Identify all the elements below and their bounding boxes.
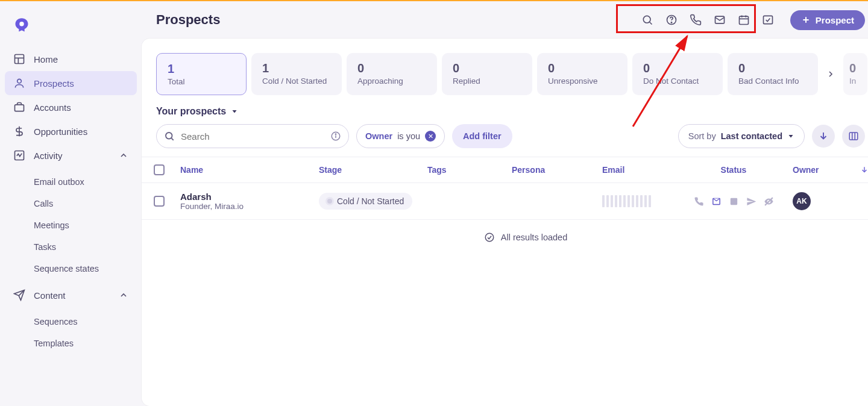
table-header: Name Stage Tags Persona Email Status Own… [142,157,868,183]
tile-label: Replied [453,77,521,86]
svg-rect-1 [15,55,24,64]
svg-rect-29 [849,133,858,140]
tile-count: 0 [357,61,426,75]
help-icon[interactable] [665,13,678,27]
view-label: Your prospects [156,106,226,117]
nav-label: Accounts [34,102,71,113]
nav-content[interactable]: Content [5,283,137,307]
col-sorted[interactable]: con [860,165,868,175]
send-status-icon[interactable] [746,196,756,207]
cell-name[interactable]: Adarsh Founder, Miraa.io [180,192,319,211]
tile-unresponsive[interactable]: 0 Unresponsive [537,53,627,95]
view-selector[interactable]: Your prospects [156,106,238,117]
chip-remove-icon[interactable]: ✕ [425,131,436,142]
app-logo[interactable] [12,16,31,35]
dollar-icon [13,125,25,137]
subnav-tasks[interactable]: Tasks [34,236,137,258]
select-all-checkbox[interactable] [154,164,165,175]
sidebar: Home Prospects Accounts Opportunities Ac… [0,1,142,406]
chip-value: is you [397,131,420,141]
nav-activity[interactable]: Activity [5,143,137,167]
tile-count: 0 [849,61,867,75]
tile-approaching[interactable]: 0 Approaching [347,53,437,95]
task-icon[interactable] [761,13,775,27]
nav-home[interactable]: Home [5,47,137,71]
prospect-name: Adarsh [180,192,319,202]
mail-icon[interactable] [713,13,726,27]
download-button[interactable] [812,125,835,148]
subnav-calls[interactable]: Calls [34,193,137,214]
phone-status-icon[interactable] [694,196,704,207]
stage-pill[interactable]: Cold / Not Started [319,193,412,210]
add-filter-button[interactable]: Add filter [452,124,512,148]
svg-point-26 [335,134,336,134]
chevron-up-icon [119,151,128,160]
info-icon[interactable] [330,131,341,142]
tile-cold[interactable]: 1 Cold / Not Started [251,53,342,95]
col-email[interactable]: Email [602,165,675,175]
search-box[interactable] [156,124,349,148]
hidden-status-icon[interactable] [764,196,774,207]
stage-label: Cold / Not Started [337,196,404,206]
cell-owner: AK [793,192,860,210]
nav-label: Opportunities [34,126,87,137]
caret-down-icon [787,133,794,140]
svg-point-35 [485,233,494,242]
person-icon [13,77,25,89]
chevron-up-icon [119,290,128,300]
email-masked [602,195,675,207]
briefcase-icon [13,101,25,113]
tile-count: 0 [453,61,521,75]
subnav-sequence-states[interactable]: Sequence states [34,258,137,280]
tile-label: Total [168,77,235,86]
subnav-sequences[interactable]: Sequences [34,311,137,333]
svg-marker-27 [789,135,793,138]
phone-icon[interactable] [689,13,702,27]
stage-dot-icon [327,199,332,204]
search-input[interactable] [181,131,324,142]
tile-total[interactable]: 1 Total [156,53,247,95]
table-row[interactable]: Adarsh Founder, Miraa.io Cold / Not Star… [142,183,868,220]
cell-status [675,196,793,207]
tile-label: Do Not Contact [643,77,712,86]
tiles-scroll-right[interactable] [823,53,838,95]
calendar-icon[interactable] [737,13,750,27]
new-prospect-button[interactable]: Prospect [790,10,865,30]
nav-prospects[interactable]: Prospects [5,71,137,95]
col-owner[interactable]: Owner [793,165,860,175]
nav-accounts[interactable]: Accounts [5,95,137,119]
tile-replied[interactable]: 0 Replied [442,53,532,95]
sort-label: Sort by [688,131,716,141]
owner-avatar[interactable]: AK [793,192,811,210]
filter-chip-owner[interactable]: Owner is you ✕ [356,124,445,148]
tile-overflow[interactable]: 0 In [843,53,867,95]
col-stage[interactable]: Stage [319,165,427,175]
send-icon [13,289,25,301]
row-checkbox[interactable] [154,196,165,207]
tile-do-not-contact[interactable]: 0 Do Not Contact [632,53,723,95]
svg-line-9 [650,22,652,25]
svg-marker-21 [233,110,237,113]
subnav-templates[interactable]: Templates [34,333,137,354]
tile-count: 1 [168,62,235,76]
columns-button[interactable] [842,125,865,148]
subnav-meetings[interactable]: Meetings [34,214,137,236]
activity-icon [13,149,25,161]
search-icon[interactable] [641,13,654,27]
grid-icon [13,53,25,65]
subnav-email-outbox[interactable]: Email outbox [34,171,137,193]
tile-bad-contact[interactable]: 0 Bad Contact Info [728,53,818,95]
prospect-subtitle: Founder, Miraa.io [180,202,319,211]
stage-tiles: 1 Total 1 Cold / Not Started 0 Approachi… [142,39,868,95]
results-footer: All results loaded [142,220,868,255]
col-status[interactable]: Status [675,165,793,175]
col-name[interactable]: Name [180,165,319,175]
col-tags[interactable]: Tags [427,165,512,175]
note-status-icon[interactable] [729,196,739,207]
col-persona[interactable]: Persona [512,165,602,175]
sort-selector[interactable]: Sort by Last contacted [678,124,805,148]
nav-label: Home [34,54,58,64]
nav-opportunities[interactable]: Opportunities [5,119,137,143]
email-status-icon[interactable] [711,196,722,207]
sort-arrow-icon [860,166,868,174]
